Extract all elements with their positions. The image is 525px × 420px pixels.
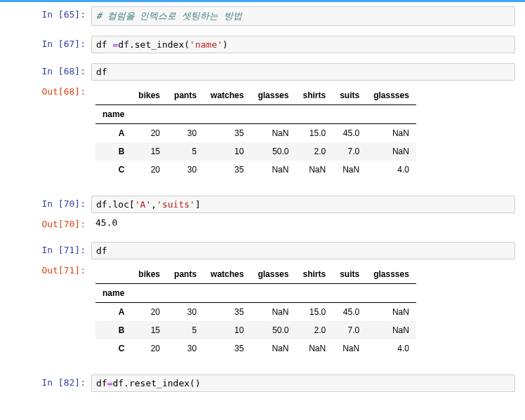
- empty-cell: [167, 284, 204, 303]
- table-cell: 35: [204, 161, 251, 179]
- code-token: ): [195, 378, 201, 388]
- code-input[interactable]: df =df.set_index('name'): [91, 36, 515, 53]
- index-name: name: [95, 105, 131, 124]
- empty-cell: [204, 284, 251, 303]
- empty-cell: [167, 105, 204, 124]
- table-cell: 50.0: [251, 321, 295, 339]
- code-token: df: [96, 67, 107, 77]
- table-cell: 15: [131, 321, 167, 339]
- index-name: name: [95, 284, 131, 303]
- empty-cell: [131, 105, 167, 124]
- table-cell: 20: [131, 303, 167, 322]
- code-token: df.: [112, 378, 128, 388]
- table-cell: NaN: [333, 161, 366, 179]
- input-prompt: In [71]:: [0, 242, 91, 259]
- cell-68-input: In [68]: df: [0, 62, 525, 82]
- empty-cell: [251, 105, 295, 124]
- empty-cell: [131, 284, 167, 303]
- input-prompt: In [67]:: [0, 36, 91, 53]
- column-header: suits: [333, 86, 366, 105]
- active-cell-indicator: [0, 0, 525, 2]
- code-input[interactable]: df=df.reset_index(): [91, 374, 515, 392]
- table-cell: 15: [131, 142, 167, 161]
- empty-cell: [295, 105, 333, 124]
- code-comment: # 컬럼을 인덱스로 셋팅하는 방법: [96, 11, 242, 21]
- output-prompt: Out[68]:: [0, 83, 91, 186]
- table-cell: 20: [131, 339, 167, 358]
- table-row: C203035NaNNaNNaN4.0: [95, 339, 416, 358]
- table-cell: NaN: [366, 321, 416, 339]
- code-input[interactable]: df: [91, 63, 515, 81]
- row-index: C: [95, 339, 131, 358]
- table-cell: 50.0: [251, 142, 295, 161]
- table-cell: 2.0: [295, 142, 333, 161]
- table-cell: NaN: [295, 161, 333, 179]
- table-cell: 4.0: [366, 339, 416, 358]
- table-cell: 30: [167, 339, 204, 358]
- code-token: ,: [151, 199, 157, 210]
- column-header: glassses: [366, 86, 416, 105]
- cell-70-input: In [70]: df.loc['A','suits']: [0, 194, 525, 215]
- table-cell: 30: [167, 124, 204, 143]
- table-cell: NaN: [366, 124, 416, 143]
- dataframe-table: bikespantswatchesglassesshirtssuitsglass…: [95, 265, 416, 358]
- column-header: glassses: [366, 265, 416, 284]
- empty-cell: [366, 284, 416, 303]
- code-token: df.loc: [96, 199, 129, 210]
- input-prompt: In [65]:: [0, 6, 91, 26]
- code-token: df: [96, 378, 107, 388]
- table-cell: NaN: [251, 339, 295, 358]
- code-token: df: [96, 245, 107, 256]
- table-cell: 30: [167, 303, 204, 322]
- column-header: glasses: [251, 265, 295, 284]
- code-token: ]: [195, 199, 201, 210]
- column-header: bikes: [131, 86, 167, 105]
- table-cell: 15.0: [295, 303, 333, 322]
- empty-cell: [333, 105, 366, 124]
- table-cell: 15.0: [295, 124, 333, 143]
- code-string: 'A': [135, 199, 151, 210]
- empty-cell: [295, 284, 333, 303]
- table-cell: NaN: [366, 142, 416, 161]
- column-header: bikes: [131, 265, 167, 284]
- cell-82: In [82]: df=df.reset_index(): [0, 373, 525, 393]
- code-token: reset_index: [129, 378, 190, 388]
- table-row: B1551050.02.07.0NaN: [95, 142, 416, 161]
- table-cell: 35: [204, 339, 251, 358]
- code-token: df: [96, 39, 112, 50]
- column-header: shirts: [295, 86, 333, 105]
- input-prompt: In [70]:: [0, 196, 91, 213]
- table-corner: [95, 86, 131, 105]
- table-cell: NaN: [333, 339, 366, 358]
- column-header: pants: [167, 265, 204, 284]
- table-cell: 5: [167, 142, 204, 161]
- table-cell: 35: [204, 124, 251, 143]
- code-token: df.: [118, 39, 134, 50]
- table-row: B1551050.02.07.0NaN: [95, 321, 416, 339]
- row-index: A: [95, 303, 131, 322]
- column-header: watches: [204, 265, 251, 284]
- cell-68-output: Out[68]: bikespantswatchesglassesshirtss…: [0, 82, 525, 187]
- code-token: set_index: [135, 39, 184, 50]
- table-row: C203035NaNNaNNaN4.0: [95, 161, 416, 179]
- empty-cell: [204, 105, 251, 124]
- input-prompt: In [68]:: [0, 63, 91, 81]
- table-cell: NaN: [251, 303, 295, 322]
- code-token: ): [222, 39, 228, 50]
- cell-70-output: Out[70]: 45.0: [0, 215, 525, 233]
- table-cell: 45.0: [333, 124, 366, 143]
- row-index: B: [95, 142, 131, 161]
- table-row: A203035NaN15.045.0NaN: [95, 303, 416, 322]
- code-token: (: [184, 39, 190, 50]
- code-input[interactable]: df.loc['A','suits']: [91, 196, 515, 213]
- cell-71-output: Out[71]: bikespantswatchesglassesshirtss…: [0, 261, 525, 366]
- code-input[interactable]: # 컬럼을 인덱스로 셋팅하는 방법: [91, 6, 515, 26]
- row-index: B: [95, 321, 131, 339]
- table-cell: 7.0: [333, 321, 366, 339]
- table-row: A203035NaN15.045.0NaN: [95, 124, 416, 143]
- code-input[interactable]: df: [91, 242, 515, 259]
- empty-cell: [366, 105, 416, 124]
- dataframe-table: bikespantswatchesglassesshirtssuitsglass…: [95, 86, 416, 179]
- cell-71-input: In [71]: df: [0, 241, 525, 261]
- table-cell: 10: [204, 321, 251, 339]
